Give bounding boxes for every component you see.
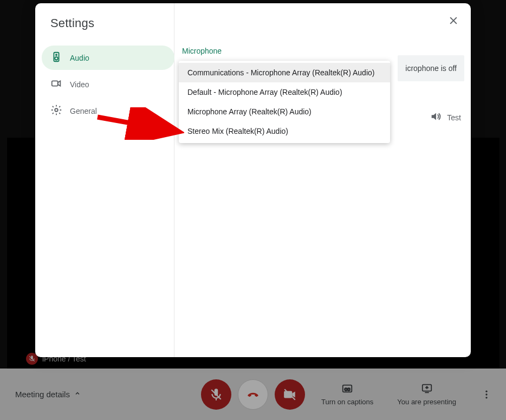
meeting-details-button[interactable]: Meeting details	[13, 385, 83, 403]
microphone-section-label: Microphone	[182, 47, 456, 55]
volume-icon	[430, 111, 442, 124]
center-call-controls	[201, 379, 305, 410]
microphone-option[interactable]: Default - Microphone Array (Realtek(R) A…	[179, 82, 390, 102]
svg-point-9	[485, 393, 487, 395]
svg-point-12	[56, 54, 57, 55]
bottom-control-bar: Meeting details CC Turn on captions	[0, 369, 506, 420]
microphone-off-banner: icrophone is off	[398, 55, 464, 81]
toggle-mic-button[interactable]	[201, 379, 231, 410]
speaker-icon	[50, 51, 62, 64]
gear-icon	[50, 104, 62, 118]
sidebar-item-label: General	[70, 107, 97, 115]
captions-label: Turn on captions	[321, 398, 373, 406]
toggle-camera-button[interactable]	[275, 379, 305, 410]
svg-rect-14	[52, 81, 58, 86]
sidebar-item-general[interactable]: General	[42, 99, 174, 123]
microphone-option[interactable]: Communications - Microphone Array (Realt…	[179, 63, 390, 82]
settings-content-panel: Microphone icrophone is off Test	[174, 3, 471, 357]
svg-point-8	[485, 390, 487, 392]
hang-up-button[interactable]	[238, 379, 268, 410]
chevron-up-icon	[74, 390, 81, 398]
presenting-label: You are presenting	[397, 398, 456, 406]
sidebar-item-label: Video	[70, 80, 89, 89]
sidebar-item-audio[interactable]: Audio	[42, 46, 174, 70]
more-options-button[interactable]	[480, 388, 493, 401]
captions-button[interactable]: CC Turn on captions	[321, 383, 373, 406]
meeting-details-label: Meeting details	[15, 390, 70, 399]
svg-point-10	[485, 397, 487, 398]
microphone-dropdown-menu: Communications - Microphone Array (Realt…	[179, 61, 390, 143]
microphone-option[interactable]: Microphone Array (Realtek(R) Audio)	[179, 102, 390, 121]
svg-text:CC: CC	[345, 387, 351, 392]
test-speakers-button[interactable]: Test	[430, 111, 461, 124]
test-label: Test	[447, 113, 461, 122]
svg-point-15	[55, 108, 58, 112]
svg-point-13	[55, 57, 58, 60]
close-dialog-button[interactable]	[445, 12, 462, 29]
right-action-group: CC Turn on captions You are presenting	[321, 383, 493, 406]
settings-dialog: Settings Audio Video	[35, 3, 471, 357]
sidebar-item-label: Audio	[70, 54, 89, 62]
settings-sidebar: Settings Audio Video	[35, 3, 174, 357]
settings-title: Settings	[35, 16, 174, 46]
sidebar-item-video[interactable]: Video	[42, 72, 174, 96]
microphone-option[interactable]: Stereo Mix (Realtek(R) Audio)	[179, 121, 390, 141]
presenting-button[interactable]: You are presenting	[397, 383, 456, 406]
camera-icon	[50, 77, 62, 91]
